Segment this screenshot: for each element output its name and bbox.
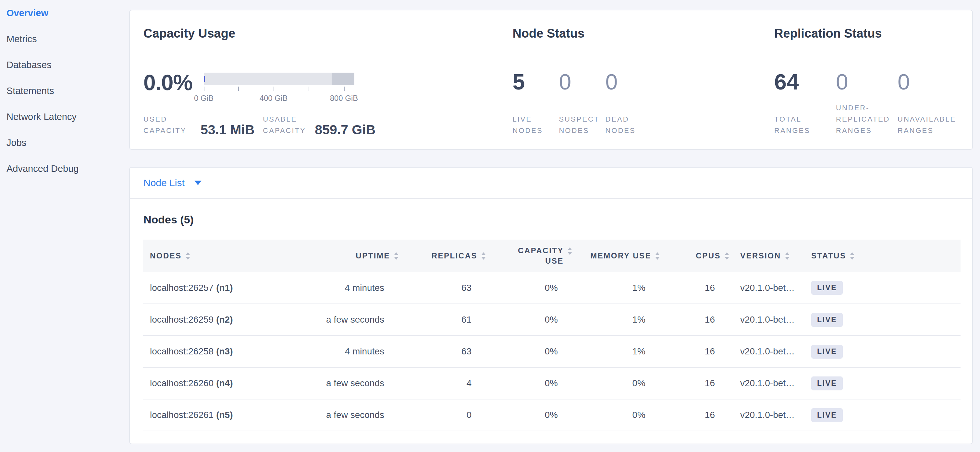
capacity-use-cell: 0% [486,336,572,367]
used-capacity-label: USED CAPACITY [143,114,198,136]
version-cell: v20.1.0-bet… [729,399,811,431]
node-address: localhost:26261 [150,410,213,420]
node-status-stats: 5 LIVE NODES 0 SUSPECT NODES 0 DEAD NODE… [512,71,774,136]
version-cell: v20.1.0-bet… [729,272,811,304]
column-header-capacity-use[interactable]: CAPACITY USE [486,239,572,272]
sidebar-item-statements[interactable]: Statements [0,78,129,104]
usable-capacity-value: 859.7 GiB [315,123,375,136]
memory-use-cell: 0% [572,399,660,431]
suspect-nodes-stat: 0 SUSPECT NODES [559,71,605,136]
sidebar-item-network-latency[interactable]: Network Latency [0,104,129,130]
sidebar-item-overview[interactable]: Overview [0,0,129,26]
axis-tick [274,87,274,91]
capacity-use-cell: 0% [486,272,572,304]
status-badge: LIVE [811,313,843,327]
status-cell: LIVE [811,399,961,431]
capacity-bar [204,73,354,85]
sidebar-item-metrics[interactable]: Metrics [0,26,129,52]
version-cell: v20.1.0-bet… [729,336,811,367]
version-cell: v20.1.0-bet… [729,304,811,336]
node-id: (n3) [216,346,233,356]
capacity-bar-chart: 0.0% 0 GiB 400 GiB 800 GiB [143,70,512,103]
total-ranges-stat: 64 TOTAL RANGES [774,71,836,136]
capacity-usage-title: Capacity Usage [143,26,512,41]
node-status-title: Node Status [512,26,774,41]
sort-icon [850,252,854,260]
stat-label: DEAD NODES [605,114,648,136]
column-header-nodes[interactable]: NODES [143,239,318,272]
replicas-cell: 61 [398,304,486,336]
column-header-replicas[interactable]: REPLICAS [398,239,486,272]
replicas-cell: 63 [398,272,486,304]
node-address: localhost:26257 [150,283,213,293]
uptime-cell: 4 minutes [318,336,398,367]
node-name-cell: localhost:26259(n2) [143,304,318,336]
sidebar-item-jobs[interactable]: Jobs [0,130,129,155]
node-name-cell: localhost:26261(n5) [143,399,318,431]
cpus-cell: 16 [660,272,729,304]
node-list-selector-label: Node List [143,178,185,189]
live-nodes-stat: 5 LIVE NODES [512,71,559,136]
sidebar-item-databases[interactable]: Databases [0,52,129,78]
table-row[interactable]: localhost:26258(n3) 4 minutes 63 0% 1% 1… [143,336,961,367]
node-address: localhost:26258 [150,346,213,356]
replication-status-section: Replication Status 64 TOTAL RANGES 0 UND… [774,26,959,136]
memory-use-cell: 0% [572,367,660,399]
table-row[interactable]: localhost:26259(n2) a few seconds 61 0% … [143,304,961,336]
cpus-cell: 16 [660,304,729,336]
table-header-row: NODES UPTIME REPLICAS CAPACITY USE MEMOR… [143,239,961,272]
node-list-card: Node List Nodes (5) NODES UPTIME REPLICA… [129,167,973,444]
sort-icon [785,252,789,260]
replicas-cell: 4 [398,367,486,399]
table-row[interactable]: localhost:26261(n5) a few seconds 0 0% 0… [143,399,961,431]
sort-icon [481,252,486,260]
table-row[interactable]: localhost:26257(n1) 4 minutes 63 0% 1% 1… [143,272,961,304]
capacity-axis-ticks [204,87,354,91]
uptime-cell: 4 minutes [318,272,398,304]
node-id: (n4) [216,378,233,388]
usable-capacity-label: USABLE CAPACITY [263,114,312,136]
stat-value: 64 [774,71,836,93]
under-replicated-ranges-stat: 0 UNDER-REPLICATED RANGES [836,71,897,136]
node-address: localhost:26259 [150,314,213,325]
version-cell: v20.1.0-bet… [729,367,811,399]
column-header-status[interactable]: STATUS [811,239,961,272]
axis-tick [204,87,204,91]
column-label: VERSION [740,251,781,260]
table-row[interactable]: localhost:26260(n4) a few seconds 4 0% 0… [143,367,961,399]
node-id: (n1) [216,283,233,293]
capacity-stats: USED CAPACITY 53.1 MiB USABLE CAPACITY 8… [143,114,512,136]
stat-value: 0 [897,71,959,93]
column-label: CPUS [696,251,721,260]
cpus-cell: 16 [660,336,729,367]
sidebar: Overview Metrics Databases Statements Ne… [0,0,129,452]
status-cell: LIVE [811,336,961,367]
status-cell: LIVE [811,304,961,336]
chevron-down-icon [194,181,202,185]
column-label: UPTIME [356,251,390,260]
capacity-use-cell: 0% [486,304,572,336]
stat-value: 0 [559,71,605,93]
column-header-memory-use[interactable]: MEMORY USE [572,239,660,272]
nodes-table: NODES UPTIME REPLICAS CAPACITY USE MEMOR… [143,239,961,431]
cpus-cell: 16 [660,399,729,431]
axis-tick [309,87,309,91]
replication-status-stats: 64 TOTAL RANGES 0 UNDER-REPLICATED RANGE… [774,71,959,136]
unavailable-ranges-stat: 0 UNAVAILABLE RANGES [897,71,959,136]
capacity-chart: 0 GiB 400 GiB 800 GiB [204,70,354,103]
column-header-version[interactable]: VERSION [729,239,811,272]
cluster-summary-card: Capacity Usage 0.0% 0 GiB 400 GiB 800 Gi… [129,10,973,150]
uptime-cell: a few seconds [318,304,398,336]
node-list-selector[interactable]: Node List [130,168,972,199]
dead-nodes-stat: 0 DEAD NODES [605,71,652,136]
node-name-cell: localhost:26258(n3) [143,336,318,367]
capacity-axis-labels: 0 GiB 400 GiB 800 GiB [204,94,354,103]
column-header-uptime[interactable]: UPTIME [318,239,398,272]
axis-label: 800 GiB [330,94,358,103]
replicas-cell: 63 [398,336,486,367]
capacity-usage-section: Capacity Usage 0.0% 0 GiB 400 GiB 800 Gi… [143,26,512,136]
sidebar-item-advanced-debug[interactable]: Advanced Debug [0,155,129,182]
column-header-cpus[interactable]: CPUS [660,239,729,272]
node-id: (n2) [216,314,233,325]
axis-tick [344,87,345,91]
